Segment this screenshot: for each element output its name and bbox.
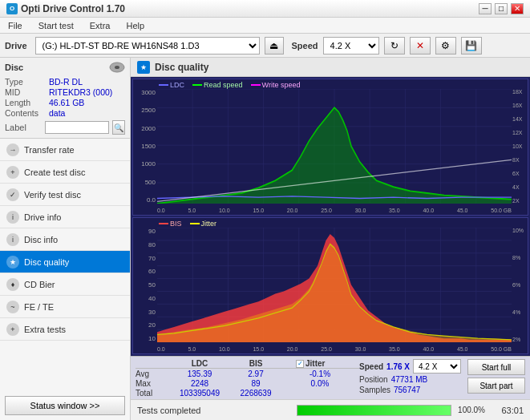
y2-10: 10	[148, 335, 156, 342]
disc-quality-title: Disc quality	[155, 62, 208, 73]
x1-15: 15.0	[253, 208, 264, 213]
avg-jitter: -0.1%	[296, 370, 344, 378]
save-button[interactable]: 💾	[461, 37, 482, 55]
label-input[interactable]	[45, 121, 109, 134]
close-button[interactable]: ✕	[511, 3, 524, 14]
sidebar-item-disc-quality[interactable]: ★ Disc quality	[0, 251, 130, 273]
stats-header-row: LDC BIS ✓ Jitter	[136, 359, 359, 369]
main-area: Disc Type BD-R DL MID RITEKDR3 (000)	[0, 58, 530, 420]
stats-bar: LDC BIS ✓ Jitter Avg 135.39 2.97	[131, 356, 530, 399]
drive-select[interactable]: (G:) HL-DT-ST BD-RE WH16NS48 1.D3	[35, 37, 260, 55]
ldc-legend-color	[159, 84, 168, 86]
mid-label: MID	[5, 87, 49, 97]
title-bar: O Opti Drive Control 1.70 ─ □ ✕	[0, 0, 530, 18]
menu-start-test[interactable]: Start test	[34, 19, 79, 32]
sidebar-item-create-test-disc[interactable]: + Create test disc	[0, 161, 130, 184]
label-search-button[interactable]: 🔍	[112, 120, 125, 135]
sidebar-item-fe-te[interactable]: ~ FE / TE	[0, 296, 130, 318]
sidebar-item-extra-tests[interactable]: + Extra tests	[0, 318, 130, 341]
sidebar-item-transfer-rate[interactable]: → Transfer rate	[0, 139, 130, 161]
legend-jitter: Jitter	[190, 220, 217, 228]
total-gap	[280, 389, 296, 398]
sidebar-item-verify-test-disc[interactable]: ✓ Verify test disc	[0, 184, 130, 206]
stats-row-avg: Avg 135.39 2.97 -0.1%	[136, 370, 359, 378]
stats-h-ldc: LDC	[168, 359, 232, 368]
label-label: Label	[5, 123, 42, 132]
chart2-svg	[157, 228, 512, 342]
write-speed-legend-label: Write speed	[262, 81, 301, 89]
stats-row-max: Max 2248 89 0.0%	[136, 379, 359, 388]
menu-extra[interactable]: Extra	[85, 19, 115, 32]
avg-ldc: 135.39	[168, 370, 232, 378]
fe-te-label: FE / TE	[24, 302, 54, 312]
x2-35: 35.0	[389, 346, 400, 352]
speed-label: Speed	[359, 362, 383, 371]
avg-gap	[280, 370, 296, 378]
chart1-y-axis-right: 18X 16X 14X 12X 10X 8X 6X 4X 2X	[512, 89, 528, 204]
avg-bis: 2.97	[232, 370, 280, 378]
x1-25: 25.0	[321, 208, 332, 213]
position-value: 47731 MB	[391, 375, 428, 384]
chart2: BIS Jitter	[132, 217, 528, 354]
y2-70: 70	[148, 255, 156, 262]
jitter-legend-label: Jitter	[201, 220, 217, 228]
samples-value: 756747	[394, 386, 420, 394]
x1-50: 50.0 GB	[491, 208, 512, 213]
max-ldc: 2248	[168, 379, 232, 388]
x2-10: 10.0	[219, 346, 230, 352]
speed-select[interactable]: 4.2 X	[323, 37, 379, 55]
footer: Tests completed 100.0% 63:01	[131, 399, 530, 420]
disc-quality-header: ★ Disc quality	[131, 58, 530, 77]
disc-label-row: Label 🔍	[5, 120, 125, 135]
disc-icon	[109, 61, 125, 74]
menu-file[interactable]: File	[3, 19, 27, 32]
maximize-button[interactable]: □	[495, 3, 508, 14]
chart2-y-axis-right: 10% 8% 6% 4% 2%	[512, 228, 528, 342]
speed-label: Speed	[292, 41, 318, 50]
stats-table-area: LDC BIS ✓ Jitter Avg 135.39 2.97	[136, 359, 359, 398]
yr-10x: 10X	[512, 143, 522, 149]
start-full-button[interactable]: Start full	[467, 359, 525, 375]
max-gap	[280, 379, 296, 388]
total-label: Total	[136, 389, 168, 398]
chart1: LDC Read speed Write speed	[132, 79, 528, 216]
sidebar-item-drive-info[interactable]: i Drive info	[0, 206, 130, 228]
samples-row: Samples 756747	[359, 386, 420, 394]
yr-14x: 14X	[512, 116, 522, 122]
erase-button[interactable]: ✕	[410, 37, 431, 55]
yr2-10: 10%	[512, 228, 524, 233]
svg-marker-18	[157, 107, 512, 204]
y2-50: 50	[148, 281, 156, 289]
sidebar-item-cd-bier[interactable]: ♦ CD Bier	[0, 273, 130, 296]
status-window-button[interactable]: Status window >>	[5, 396, 125, 415]
samples-label: Samples	[359, 386, 390, 394]
jitter-checkbox[interactable]: ✓	[296, 360, 304, 368]
drive-label: Drive	[5, 41, 27, 50]
x1-20: 20.0	[287, 208, 298, 213]
menu-bar: File Start test Extra Help	[0, 18, 530, 34]
read-speed-legend-label: Read speed	[204, 81, 243, 89]
chart2-legend: BIS Jitter	[159, 220, 216, 228]
y2-40: 40	[148, 295, 156, 302]
x2-25: 25.0	[321, 346, 332, 352]
contents-value: data	[49, 108, 125, 118]
yr-16x: 16X	[512, 103, 522, 108]
refresh-button[interactable]: ↻	[384, 37, 405, 55]
y-label-3000: 3000	[141, 89, 156, 96]
eject-button[interactable]: ⏏	[265, 37, 284, 55]
charts-area: LDC Read speed Write speed	[131, 77, 530, 356]
settings-button[interactable]: ⚙	[435, 37, 456, 55]
yr-8x: 8X	[512, 157, 520, 163]
transfer-rate-label: Transfer rate	[24, 145, 75, 155]
drive-toolbar: Drive (G:) HL-DT-ST BD-RE WH16NS48 1.D3 …	[0, 34, 530, 58]
speed-dropdown[interactable]: 4.2 X	[413, 359, 461, 374]
yr-2x: 2X	[512, 198, 520, 204]
length-label: Length	[5, 98, 49, 107]
menu-help[interactable]: Help	[121, 19, 149, 32]
start-part-button[interactable]: Start part	[467, 378, 525, 394]
bis-legend-color	[159, 223, 168, 224]
sidebar-item-disc-info[interactable]: i Disc info	[0, 228, 130, 251]
type-label: Type	[5, 77, 49, 87]
minimize-button[interactable]: ─	[479, 3, 492, 14]
disc-info-icon: i	[6, 233, 19, 246]
